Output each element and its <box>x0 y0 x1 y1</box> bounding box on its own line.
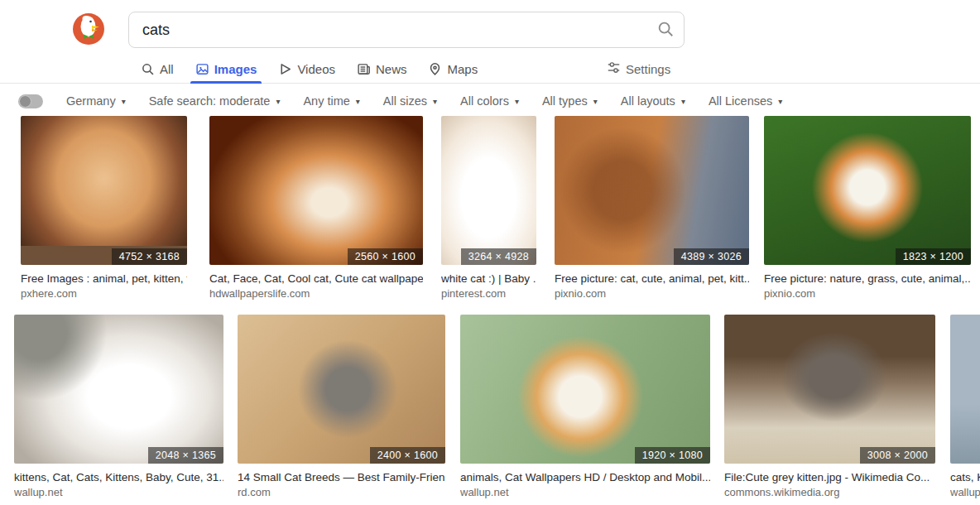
result-domain: commons.wikimedia.org <box>724 486 935 499</box>
filter-colors[interactable]: All colors ▾ <box>460 94 519 108</box>
result-thumbnail[interactable]: 3008 × 2000 <box>724 315 935 464</box>
filter-safe-search[interactable]: Safe search: moderate ▾ <box>149 94 281 108</box>
image-size-badge: 4389 × 3026 <box>674 248 749 265</box>
tab-label: News <box>376 62 407 76</box>
tab-label: Maps <box>447 62 478 76</box>
image-result: 4752 × 3168 Free Images : animal, pet, k… <box>21 116 187 301</box>
result-thumbnail[interactable]: 3264 × 4928 <box>441 116 536 265</box>
result-title[interactable]: Cat, Face, Cat, Cool cat, Cute cat wallp… <box>209 272 423 286</box>
images-icon <box>195 62 209 76</box>
result-title[interactable]: 14 Small Cat Breeds — Best Family-Frien.… <box>238 471 445 484</box>
chevron-down-icon: ▾ <box>122 97 126 106</box>
result-title[interactable]: white cat :) | Baby ... <box>441 272 536 286</box>
search-icon <box>656 20 675 41</box>
search-icon <box>141 62 155 76</box>
image-result: cats, K wallup <box>950 315 980 499</box>
image-size-badge: 2048 × 1365 <box>148 447 223 464</box>
image-size-badge: 3264 × 4928 <box>461 248 536 265</box>
filter-label: All layouts <box>621 94 675 108</box>
settings-label: Settings <box>626 62 670 76</box>
result-domain: pixnio.com <box>764 287 971 301</box>
filter-layouts[interactable]: All layouts ▾ <box>621 94 685 108</box>
filter-label: Safe search: moderate <box>149 94 271 108</box>
result-thumbnail[interactable]: 4752 × 3168 <box>21 116 187 265</box>
filter-time[interactable]: Any time ▾ <box>303 94 359 108</box>
image-result: 3008 × 2000 File:Cute grey kitten.jpg - … <box>724 315 935 499</box>
tab-label: All <box>160 62 174 76</box>
filter-label: All Licenses <box>709 94 772 108</box>
map-pin-icon <box>428 62 442 76</box>
filter-label: All colors <box>460 94 509 108</box>
result-title[interactable]: Free Images : animal, pet, kitten, f... <box>21 272 187 286</box>
results-tab-bar: All Images Videos <box>0 55 980 84</box>
result-domain: hdwallpaperslife.com <box>209 287 423 301</box>
image-size-badge: 3008 × 2000 <box>860 447 935 464</box>
result-title[interactable]: File:Cute grey kitten.jpg - Wikimedia Co… <box>724 471 935 484</box>
result-domain: pinterest.com <box>441 287 536 301</box>
filter-sizes[interactable]: All sizes ▾ <box>383 94 437 108</box>
filter-bar: Germany ▾ Safe search: moderate ▾ Any ti… <box>0 86 980 116</box>
region-toggle[interactable] <box>18 94 43 108</box>
chevron-down-icon: ▾ <box>356 97 360 106</box>
play-icon <box>278 62 292 76</box>
result-thumbnail[interactable]: 1920 × 1080 <box>460 315 710 464</box>
result-domain: pxhere.com <box>21 287 187 301</box>
image-size-badge: 2560 × 1600 <box>348 248 423 265</box>
result-thumbnail[interactable] <box>950 315 980 464</box>
chevron-down-icon: ▾ <box>515 97 519 106</box>
result-domain: wallup <box>950 486 980 499</box>
image-size-badge: 1920 × 1080 <box>635 447 710 464</box>
result-title[interactable]: Free picture: cat, cute, animal, pet, ki… <box>555 272 749 286</box>
image-result: 1823 × 1200 Free picture: nature, grass,… <box>764 116 971 301</box>
result-title[interactable]: cats, K <box>950 471 980 484</box>
result-thumbnail[interactable]: 1823 × 1200 <box>764 116 971 265</box>
tab-label: Images <box>214 62 257 76</box>
result-thumbnail[interactable]: 2400 × 1600 <box>238 315 445 464</box>
duckduckgo-logo[interactable] <box>72 12 105 46</box>
image-size-badge: 4752 × 3168 <box>112 248 187 265</box>
toggle-knob-icon <box>19 95 31 108</box>
filter-label: All sizes <box>383 94 427 108</box>
filter-label: All types <box>542 94 588 108</box>
tab-label: Videos <box>297 62 335 76</box>
result-title[interactable]: Free picture: nature, grass, cute, anima… <box>764 272 971 286</box>
result-title[interactable]: animals, Cat Wallpapers HD / Desktop and… <box>460 471 710 484</box>
chevron-down-icon: ▾ <box>778 97 782 106</box>
filter-label: Any time <box>303 94 349 108</box>
image-result: 3264 × 4928 white cat :) | Baby ... pint… <box>441 116 536 301</box>
chevron-down-icon: ▾ <box>593 97 598 106</box>
tab-videos[interactable]: Videos <box>278 55 335 83</box>
result-domain: rd.com <box>238 486 445 499</box>
chevron-down-icon: ▾ <box>681 97 685 106</box>
tab-maps[interactable]: Maps <box>428 55 478 83</box>
result-domain: wallup.net <box>14 486 223 499</box>
result-domain: pixnio.com <box>555 287 749 301</box>
result-title[interactable]: kittens, Cat, Cats, Kittens, Baby, Cute,… <box>14 471 223 484</box>
filter-types[interactable]: All types ▾ <box>542 94 598 108</box>
image-result: 2400 × 1600 14 Small Cat Breeds — Best F… <box>238 315 445 499</box>
chevron-down-icon: ▾ <box>276 97 280 106</box>
result-domain: wallup.net <box>460 486 710 499</box>
tab-all[interactable]: All <box>141 55 174 83</box>
image-size-badge: 2400 × 1600 <box>370 447 445 464</box>
result-thumbnail[interactable]: 2560 × 1600 <box>209 116 423 265</box>
image-result: 2048 × 1365 kittens, Cat, Cats, Kittens,… <box>14 315 223 499</box>
image-result: 2560 × 1600 Cat, Face, Cat, Cool cat, Cu… <box>209 116 423 301</box>
search-bar <box>128 12 685 48</box>
image-size-badge: 1823 × 1200 <box>896 248 971 265</box>
news-icon <box>357 62 371 76</box>
image-result: 4389 × 3026 Free picture: cat, cute, ani… <box>555 116 749 301</box>
result-thumbnail[interactable]: 4389 × 3026 <box>555 116 749 265</box>
chevron-down-icon: ▾ <box>433 97 437 106</box>
filter-region[interactable]: Germany ▾ <box>66 94 126 108</box>
settings-button[interactable]: Settings <box>607 55 670 83</box>
filter-licenses[interactable]: All Licenses ▾ <box>709 94 782 108</box>
result-thumbnail[interactable]: 2048 × 1365 <box>14 315 223 464</box>
image-result: 1920 × 1080 animals, Cat Wallpapers HD /… <box>460 315 710 499</box>
sliders-icon <box>607 60 621 77</box>
tab-news[interactable]: News <box>357 55 407 83</box>
search-input[interactable] <box>129 22 647 39</box>
tab-images[interactable]: Images <box>195 55 257 83</box>
search-submit-button[interactable] <box>647 12 684 47</box>
filter-label: Germany <box>66 94 116 108</box>
